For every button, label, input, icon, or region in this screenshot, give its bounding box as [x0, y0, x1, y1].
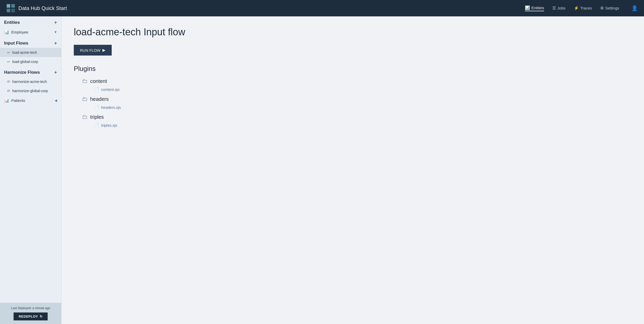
folder-header-headers[interactable]: 🗀headers [82, 96, 632, 102]
sidebar-item-patients[interactable]: 📊 Patients ◀ [0, 95, 61, 105]
plugin-file-content.sjs[interactable]: 📄content.sjs [82, 87, 632, 92]
file-icon: 📄 [94, 123, 99, 127]
top-nav: Data Hub Quick Start 📊 Entities ☰ Jobs ⚡… [0, 0, 644, 16]
patients-chart-icon: 📊 [4, 98, 9, 103]
patients-chevron-icon: ◀ [55, 99, 57, 102]
main-content: load-acme-tech Input flow RUN FLOW ▶ Plu… [61, 16, 644, 324]
nav-settings[interactable]: ⚙ Settings [600, 6, 619, 11]
traces-icon: ⚡ [574, 6, 579, 10]
harmonize-flows-section-header: Harmonize Flows + [0, 66, 61, 77]
svg-rect-3 [11, 9, 15, 12]
folder-header-triples[interactable]: 🗀triples [82, 114, 632, 120]
sidebar-item-harmonize-acme-tech[interactable]: ⟳ harmonize-acme-tech [0, 77, 61, 86]
folder-icon: 🗀 [82, 96, 88, 102]
user-icon[interactable]: 👤 [631, 5, 638, 11]
redeploy-button[interactable]: REDEPLOY ↻ [14, 312, 48, 320]
settings-icon: ⚙ [600, 6, 604, 10]
entity-chart-icon: 📊 [4, 30, 9, 35]
svg-rect-1 [11, 4, 15, 8]
sidebar-item-harmonize-global-corp[interactable]: ⟳ harmonize-global-corp [0, 86, 61, 95]
add-entity-button[interactable]: + [54, 20, 57, 25]
run-flow-button[interactable]: RUN FLOW ▶ [74, 45, 112, 56]
file-icon: 📄 [94, 105, 99, 110]
plugin-file-triples.sjs[interactable]: 📄triples.sjs [82, 123, 632, 127]
plugins-container: 🗀content📄content.sjs🗀headers📄headers.sjs… [74, 78, 632, 127]
nav-links: 📊 Entities ☰ Jobs ⚡ Traces ⚙ Settings 👤 [525, 5, 638, 11]
plugin-file-headers.sjs[interactable]: 📄headers.sjs [82, 105, 632, 110]
sidebar-bottom: Last Deployed: a minute ago REDEPLOY ↻ [0, 303, 61, 324]
svg-rect-2 [7, 9, 10, 12]
sidebar: Entities + 📊 Employee ▼ Input Flows + ↩ … [0, 16, 61, 324]
sidebar-item-employee[interactable]: 📊 Employee ▼ [0, 27, 61, 37]
page-title: load-acme-tech Input flow [74, 27, 632, 38]
plugin-folder-headers: 🗀headers📄headers.sjs [74, 96, 632, 110]
input-flows-section-header: Input Flows + [0, 37, 61, 48]
folder-icon: 🗀 [82, 114, 88, 120]
main-layout: Entities + 📊 Employee ▼ Input Flows + ↩ … [0, 16, 644, 324]
nav-traces[interactable]: ⚡ Traces [574, 6, 592, 11]
last-deployed-text: Last Deployed: a minute ago [4, 306, 57, 310]
plugin-folder-content: 🗀content📄content.sjs [74, 78, 632, 92]
redeploy-icon: ↻ [40, 315, 43, 318]
svg-rect-0 [7, 4, 10, 8]
harmonize-icon-2: ⟳ [7, 89, 10, 93]
folder-icon: 🗀 [82, 78, 88, 84]
run-flow-icon: ▶ [102, 48, 106, 52]
nav-entities[interactable]: 📊 Entities [525, 5, 544, 11]
employee-chevron-icon: ▼ [54, 30, 57, 34]
sidebar-item-load-global-corp[interactable]: ↩ load-global-corp [0, 57, 61, 66]
input-flow-icon-2: ↩ [7, 60, 10, 64]
plugins-section-title: Plugins [74, 65, 632, 73]
brand: Data Hub Quick Start [6, 4, 525, 13]
folder-header-content[interactable]: 🗀content [82, 78, 632, 84]
plugin-folder-triples: 🗀triples📄triples.sjs [74, 114, 632, 127]
entities-section-header: Entities + [0, 16, 61, 27]
file-icon: 📄 [94, 87, 99, 92]
nav-jobs[interactable]: ☰ Jobs [552, 6, 566, 11]
harmonize-icon-1: ⟳ [7, 80, 10, 84]
sidebar-item-load-acme-tech[interactable]: ↩ load-acme-tech [0, 48, 61, 57]
brand-icon [6, 4, 15, 13]
entities-icon: 📊 [525, 5, 530, 10]
input-flow-icon-1: ↩ [7, 50, 10, 55]
add-harmonize-flow-button[interactable]: + [54, 70, 57, 75]
jobs-icon: ☰ [552, 6, 556, 10]
add-input-flow-button[interactable]: + [54, 41, 57, 46]
app-title: Data Hub Quick Start [18, 5, 67, 11]
